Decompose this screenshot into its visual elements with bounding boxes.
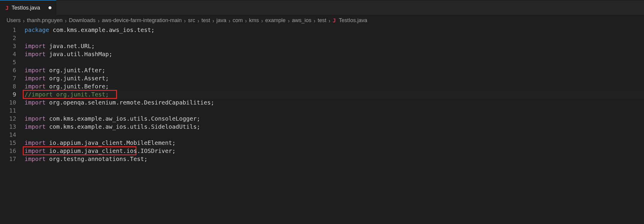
code-line[interactable] [25,131,644,139]
chevron-right-icon: › [212,18,215,23]
line-number: 15 [0,139,16,147]
code-line[interactable]: import org.junit.Before; [25,82,644,90]
breadcrumb-item[interactable]: example [265,17,285,24]
code-text: com.kms.example.aws_ios.test; [49,27,154,33]
code-text: java.util.HashMap; [45,51,112,58]
chevron-right-icon: › [22,18,25,23]
breadcrumb-item[interactable]: test [318,17,326,24]
line-number: 6 [0,66,16,74]
tab-testios[interactable]: J TestIos.java [0,1,56,15]
line-number: 7 [0,74,16,82]
line-number: 12 [0,115,16,123]
keyword-import: import [25,123,45,130]
line-number: 16 [0,147,16,155]
code-line[interactable] [25,107,644,115]
code-line[interactable]: import io.appium.java_client.MobileEleme… [25,139,644,147]
code-line[interactable]: import com.kms.example.aw_ios.utils.Cons… [25,115,644,123]
keyword-import: import [25,115,45,122]
keyword-import: import [25,139,45,146]
line-number: 10 [0,99,16,107]
code-text: org.junit.Before; [45,83,109,90]
chevron-right-icon: › [313,18,316,23]
comment-text: //import org.junit.Test; [25,91,109,98]
breadcrumb-item[interactable]: src [188,17,195,24]
keyword-import: import [25,43,45,50]
tab-bar: J TestIos.java [0,1,644,15]
code-text: org.junit.Assert; [45,75,109,82]
code-text: org.junit.After; [45,67,105,74]
chevron-right-icon: › [228,18,231,23]
code-line[interactable]: import java.util.HashMap; [25,50,644,58]
line-number: 4 [0,50,16,58]
line-number: 5 [0,58,16,66]
breadcrumb-item[interactable]: test [201,17,210,24]
line-number: 13 [0,123,16,131]
keyword-import: import [25,156,45,162]
code-line[interactable]: import org.junit.After; [25,66,644,74]
line-number: 11 [0,107,16,115]
chevron-right-icon: › [287,18,290,23]
code-text: org.testng.annotations.Test; [45,156,147,162]
chevron-right-icon: › [244,18,247,23]
breadcrumb-item[interactable]: Downloads [69,17,95,24]
code-text: java.net.URL; [45,43,95,50]
code-line[interactable]: import java.net.URL; [25,42,644,50]
code-line[interactable]: package com.kms.example.aws_ios.test; [25,26,644,34]
keyword-import: import [25,51,45,58]
code-area[interactable]: package com.kms.example.aws_ios.test;imp… [25,26,644,163]
breadcrumb-item[interactable]: aws_ios [292,17,311,24]
breadcrumb-item[interactable]: kms [249,17,259,24]
breadcrumb-file[interactable]: TestIos.java [339,17,367,24]
keyword-import: import [25,83,45,90]
line-number: 8 [0,82,16,90]
keyword-import: import [25,99,45,106]
chevron-right-icon: › [183,18,186,23]
chevron-right-icon: › [97,18,100,23]
code-line[interactable]: import org.openqa.selenium.remote.Desire… [25,99,644,107]
chevron-right-icon: › [328,18,331,23]
line-number: 14 [0,131,16,139]
code-text: org.openqa.selenium.remote.DesiredCapabi… [45,99,214,106]
code-text: com.kms.example.aw_ios.utils.SideloadUti… [45,123,200,130]
code-text: io.appium.java_client.ios.IOSDriver; [45,148,175,154]
breadcrumb-item[interactable]: com [233,17,243,24]
breadcrumb-item[interactable]: thanh.pnguyen [27,17,63,24]
chevron-right-icon: › [197,18,200,23]
chevron-right-icon: › [261,18,263,23]
line-number: 1 [0,26,16,34]
code-line[interactable] [25,34,644,42]
breadcrumb-item[interactable]: Users [7,17,21,24]
keyword-import: import [25,75,45,82]
line-number: 17 [0,155,16,163]
breadcrumb[interactable]: Users›thanh.pnguyen›Downloads›aws-device… [0,15,644,25]
line-number: 2 [0,34,16,42]
code-line[interactable]: import io.appium.java_client.ios.IOSDriv… [25,147,644,155]
chevron-right-icon: › [64,18,67,23]
code-line[interactable]: import org.junit.Assert; [25,74,644,82]
unsaved-indicator-icon [48,6,51,9]
line-number-gutter: 1234567891011121314151617 [0,26,25,163]
java-file-icon: J [332,17,336,24]
java-file-icon: J [5,5,9,11]
keyword-import: import [25,67,45,74]
keyword-package: package [25,27,49,33]
code-line[interactable]: import org.testng.annotations.Test; [25,155,644,163]
code-text: com.kms.example.aw_ios.utils.ConsoleLogg… [45,115,200,122]
code-line[interactable] [25,58,644,66]
keyword-import: import [25,148,45,154]
line-number: 3 [0,42,16,50]
code-line[interactable]: //import org.junit.Test; [25,90,644,99]
line-number: 9 [0,90,16,99]
breadcrumb-item[interactable]: java [216,17,226,24]
code-text: io.appium.java_client.MobileElement; [45,139,175,146]
code-line[interactable]: import com.kms.example.aw_ios.utils.Side… [25,123,644,131]
breadcrumb-item[interactable]: aws-device-farm-integration-main [102,17,182,24]
tab-label: TestIos.java [12,5,40,11]
code-editor[interactable]: 1234567891011121314151617 package com.km… [0,25,644,163]
